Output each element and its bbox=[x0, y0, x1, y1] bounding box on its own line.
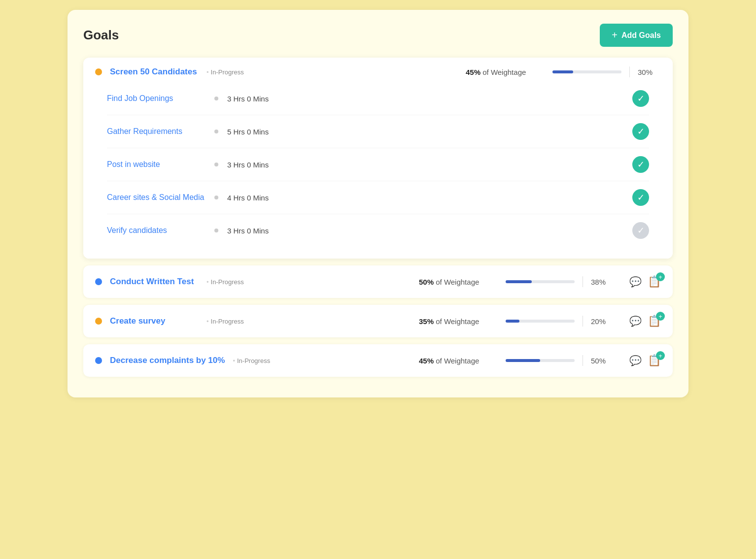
subtask-name-career-sites[interactable]: Career sites & Social Media bbox=[107, 193, 206, 202]
subtask-row-verify: Verify candidates 3 Hrs 0 Mins ✓ bbox=[107, 214, 649, 247]
goal-status-conduct-test: In-Progress bbox=[206, 278, 244, 286]
progress-area-create-survey: 20% bbox=[506, 316, 614, 327]
subtask-name-find-job[interactable]: Find Job Openings bbox=[107, 94, 206, 103]
subtask-time-gather-req: 5 Hrs 0 Mins bbox=[227, 128, 269, 136]
progress-bar-bg bbox=[552, 70, 621, 73]
subtask-check-verify: ✓ bbox=[632, 222, 649, 239]
goal-card-decrease-complaints: Decrease complaints by 10% In-Progress 4… bbox=[83, 344, 673, 377]
subtask-check-gather-req: ✓ bbox=[632, 123, 649, 140]
subtask-time-post-website: 3 Hrs 0 Mins bbox=[227, 161, 269, 169]
goal-name-conduct-test: Conduct Written Test bbox=[110, 277, 199, 287]
divider bbox=[583, 355, 583, 366]
subtask-time-verify: 3 Hrs 0 Mins bbox=[227, 227, 269, 235]
add-task-wrap-survey: 📋 + bbox=[648, 315, 661, 328]
subtask-check-post-website: ✓ bbox=[632, 156, 649, 173]
divider bbox=[583, 276, 583, 287]
add-task-button-create-survey[interactable]: + bbox=[656, 312, 665, 321]
goal-status-create-survey: In-Progress bbox=[206, 318, 244, 325]
page-title: Goals bbox=[83, 28, 119, 43]
subtask-name-gather-req[interactable]: Gather Requirements bbox=[107, 127, 206, 136]
progress-bar-fill bbox=[552, 70, 573, 73]
subtask-time-career-sites: 4 Hrs 0 Mins bbox=[227, 194, 269, 202]
check-pending-icon: ✓ bbox=[632, 222, 649, 239]
goal-dot-orange-survey bbox=[95, 318, 102, 325]
subtask-check-career-sites: ✓ bbox=[632, 189, 649, 206]
goal-dot-blue bbox=[95, 278, 102, 285]
header-row: Goals + Add Goals bbox=[83, 24, 673, 47]
progress-pct-decrease-complaints: 50% bbox=[591, 357, 611, 365]
goal-weightage-screen-candidates: 45% of Weightage bbox=[466, 68, 545, 76]
progress-area-conduct-test: 38% bbox=[506, 276, 614, 287]
subtask-row-post-website: Post in website 3 Hrs 0 Mins ✓ bbox=[107, 148, 649, 181]
goal-header-create-survey[interactable]: Create survey In-Progress 35% of Weighta… bbox=[83, 305, 673, 337]
divider bbox=[629, 66, 630, 77]
add-goals-button[interactable]: + Add Goals bbox=[600, 24, 673, 47]
progress-bar-fill bbox=[506, 320, 519, 323]
subtask-dot bbox=[214, 130, 218, 133]
goal-weightage-decrease-complaints: 45% of Weightage bbox=[419, 357, 498, 365]
goal-card-create-survey: Create survey In-Progress 35% of Weighta… bbox=[83, 305, 673, 337]
progress-pct-conduct-test: 38% bbox=[591, 278, 611, 286]
add-goals-label: Add Goals bbox=[621, 31, 661, 40]
comment-icon-decrease-complaints[interactable]: 💬 bbox=[628, 353, 643, 368]
progress-area-screen-candidates: 30% bbox=[552, 66, 661, 77]
add-task-wrap: 📋 + bbox=[648, 275, 661, 288]
goal-actions-create-survey: 💬 📋 + bbox=[628, 314, 661, 329]
goal-status-screen-candidates: In-Progress bbox=[206, 68, 244, 76]
goal-status-decrease-complaints: In-Progress bbox=[233, 357, 270, 364]
subtask-panel-screen-candidates: Find Job Openings 3 Hrs 0 Mins ✓ Gather … bbox=[83, 77, 673, 259]
add-task-button-conduct-test[interactable]: + bbox=[656, 272, 665, 281]
comment-icon-conduct-test[interactable]: 💬 bbox=[628, 274, 643, 289]
goal-name-create-survey: Create survey bbox=[110, 316, 199, 326]
goal-name-decrease-complaints: Decrease complaints by 10% bbox=[110, 356, 225, 365]
check-done-icon: ✓ bbox=[632, 90, 649, 107]
goal-dot-orange bbox=[95, 68, 102, 75]
plus-icon: + bbox=[612, 30, 618, 41]
goal-weightage-conduct-test: 50% of Weightage bbox=[419, 278, 498, 286]
goal-dot-blue-complaints bbox=[95, 357, 102, 364]
subtask-dot bbox=[214, 196, 218, 199]
goal-weightage-create-survey: 35% of Weightage bbox=[419, 317, 498, 326]
progress-bar-bg bbox=[506, 359, 575, 362]
add-task-wrap-complaints: 📋 + bbox=[648, 354, 661, 367]
progress-area-decrease-complaints: 50% bbox=[506, 355, 614, 366]
goal-card-conduct-test: Conduct Written Test In-Progress 50% of … bbox=[83, 265, 673, 298]
subtask-row-gather-req: Gather Requirements 5 Hrs 0 Mins ✓ bbox=[107, 115, 649, 148]
goal-name-screen-candidates: Screen 50 Candidates bbox=[110, 67, 199, 77]
subtask-dot bbox=[214, 97, 218, 100]
check-done-icon: ✓ bbox=[632, 123, 649, 140]
subtask-dot bbox=[214, 163, 218, 166]
goals-container: Goals + Add Goals Screen 50 Candidates I… bbox=[68, 10, 688, 397]
goal-header-conduct-test[interactable]: Conduct Written Test In-Progress 50% of … bbox=[83, 265, 673, 298]
goal-header-decrease-complaints[interactable]: Decrease complaints by 10% In-Progress 4… bbox=[83, 344, 673, 377]
subtask-time-find-job: 3 Hrs 0 Mins bbox=[227, 95, 269, 103]
subtask-dot bbox=[214, 229, 218, 232]
goal-card-screen-candidates: Screen 50 Candidates In-Progress 45% of … bbox=[83, 58, 673, 259]
progress-bar-fill bbox=[506, 280, 532, 283]
progress-bar-bg bbox=[506, 280, 575, 283]
progress-pct-screen-candidates: 30% bbox=[638, 68, 657, 76]
goal-actions-decrease-complaints: 💬 📋 + bbox=[628, 353, 661, 368]
divider bbox=[583, 316, 583, 327]
check-done-icon: ✓ bbox=[632, 156, 649, 173]
progress-pct-create-survey: 20% bbox=[591, 317, 611, 326]
goal-header-screen-candidates[interactable]: Screen 50 Candidates In-Progress 45% of … bbox=[83, 58, 673, 77]
subtask-name-post-website[interactable]: Post in website bbox=[107, 160, 206, 169]
check-done-icon: ✓ bbox=[632, 189, 649, 206]
subtask-name-verify[interactable]: Verify candidates bbox=[107, 226, 206, 235]
subtask-row-career-sites: Career sites & Social Media 4 Hrs 0 Mins… bbox=[107, 181, 649, 214]
subtask-check-find-job: ✓ bbox=[632, 90, 649, 107]
subtask-row-find-job: Find Job Openings 3 Hrs 0 Mins ✓ bbox=[107, 82, 649, 115]
comment-icon-create-survey[interactable]: 💬 bbox=[628, 314, 643, 329]
goal-actions-conduct-test: 💬 📋 + bbox=[628, 274, 661, 289]
add-task-button-decrease-complaints[interactable]: + bbox=[656, 351, 665, 360]
progress-bar-bg bbox=[506, 320, 575, 323]
progress-bar-fill bbox=[506, 359, 540, 362]
